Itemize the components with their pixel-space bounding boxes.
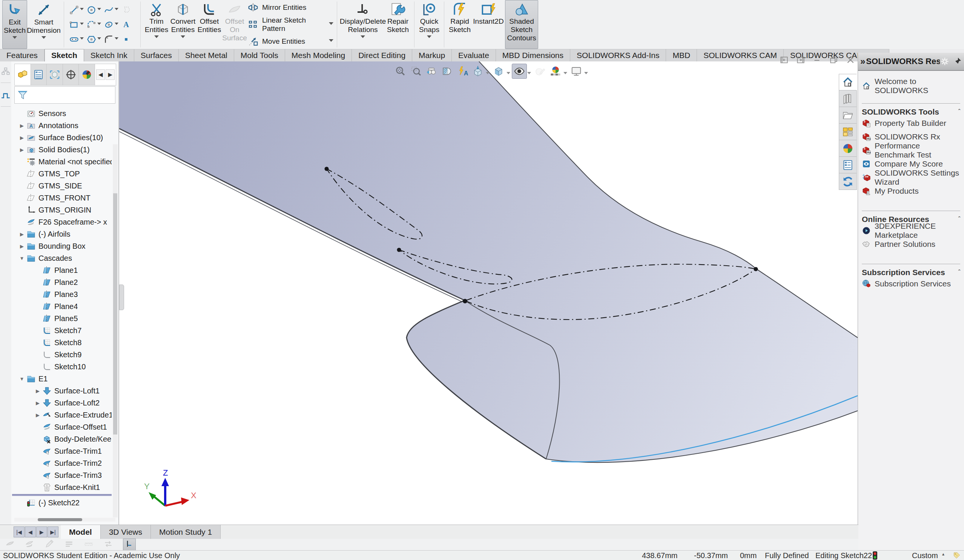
scroll-thumb[interactable] (113, 193, 117, 435)
exit-sketch-button[interactable]: Exit Sketch (2, 0, 27, 49)
expand-arrow-icon[interactable]: ▼ (17, 376, 26, 382)
zoom-fit-button[interactable] (393, 64, 408, 79)
ruler-button[interactable] (84, 539, 94, 550)
doc-tab-model[interactable]: Model (61, 525, 101, 539)
tree-item[interactable]: Sensors (12, 107, 112, 120)
tab-scroll-arrows[interactable]: |◀ ◀ ▶ ▶| (13, 526, 59, 537)
convert-entities-button[interactable]: Convert Entities (169, 0, 197, 49)
trim-entities-dropdown[interactable] (154, 36, 159, 40)
line-flyout[interactable] (80, 8, 84, 12)
taskpane-tab-refresh-forum[interactable] (839, 173, 857, 190)
tree-item[interactable]: Body-Delete/Keep 1 (12, 433, 112, 445)
last-tab-arrow[interactable]: ▶| (47, 526, 59, 537)
ribbon-tab-solidworks-cam[interactable]: SOLIDWORKS CAM (697, 49, 784, 62)
surface-b-button[interactable] (25, 539, 35, 550)
rollback-step-icon[interactable] (1, 91, 11, 100)
ellipse-tool[interactable] (102, 17, 120, 32)
fm-tab-configurationmanager[interactable] (47, 64, 63, 85)
instant2d-button[interactable]: Instant2D (472, 0, 505, 49)
tree-item[interactable]: Plane4 (12, 300, 112, 312)
tree-item[interactable]: Surface-Knit1 (12, 481, 112, 493)
welcome-link[interactable]: Welcome to SOLIDWORKS (862, 79, 960, 93)
tree-item[interactable]: (-) Sketch22 (12, 497, 112, 509)
shaded-sketch-contours-button[interactable]: Shaded Sketch Contours (505, 0, 538, 49)
ribbon-tab-features[interactable]: Features (0, 49, 44, 62)
fm-tab-propertymanager[interactable] (31, 64, 47, 85)
config-caret-icon[interactable]: ▴ (942, 551, 944, 557)
convert-entities-dropdown[interactable] (181, 36, 185, 40)
pencil-button[interactable] (44, 539, 54, 550)
edit-appearance-button[interactable] (532, 64, 548, 79)
collapse-caret-icon[interactable]: ˆ (958, 109, 960, 115)
tree-item[interactable]: ▼ E1 (12, 373, 112, 385)
tree-item[interactable]: ▶ (-) Airfoils (12, 228, 112, 240)
tree-item[interactable]: F26 Spaceframe-> x (12, 216, 112, 228)
expand-arrow-icon[interactable]: ▶ (33, 400, 42, 406)
config-selector[interactable]: Custom (912, 551, 938, 560)
tree-item[interactable]: GTMS_SIDE (12, 180, 112, 192)
next-tab-arrow[interactable]: ▶ (36, 526, 47, 537)
expand-arrow-icon[interactable]: ▼ (17, 255, 26, 261)
tree-item[interactable]: ▶ AAnnotations (12, 120, 112, 131)
tree-item[interactable]: ▶ Surface-Loft1 (12, 385, 112, 397)
first-tab-arrow[interactable]: |◀ (13, 526, 24, 537)
tree-item[interactable]: Sketch7 (12, 325, 112, 336)
view-orientation-button[interactable] (470, 64, 485, 79)
spline-tool[interactable] (102, 3, 120, 17)
apply-scene-dropdown[interactable] (563, 72, 567, 76)
tree-item[interactable]: Surface-Trim2 (12, 457, 112, 469)
task-pane-header[interactable]: » SOLIDWORKS Resources (858, 53, 964, 71)
ribbon-tab-mesh-modeling[interactable]: Mesh Modeling (285, 49, 352, 62)
swap-arrows-button[interactable] (103, 539, 113, 550)
tree-item[interactable]: Sketch10 (12, 360, 112, 373)
hide-show-eye-button[interactable] (512, 64, 527, 79)
tree-filter-field[interactable] (14, 86, 116, 104)
hierarchy-icon[interactable] (1, 67, 11, 76)
zoom-area-button[interactable] (409, 64, 423, 79)
previous-view-button[interactable] (424, 64, 439, 79)
tree-item[interactable]: GTMS_FRONT (12, 192, 112, 204)
tree-item[interactable]: Sketch9 (12, 349, 112, 360)
spline-flyout[interactable] (115, 8, 119, 12)
taskpane-tab-solidworks-resources[interactable] (839, 74, 857, 91)
ribbon-tab-markup[interactable]: Markup (412, 49, 452, 62)
slot-flyout[interactable] (80, 37, 84, 41)
doc-tab-motion-study-1[interactable]: Motion Study 1 (151, 525, 221, 539)
tree-item[interactable]: GTMS_TOP (12, 168, 112, 180)
relations-dropdown[interactable] (361, 36, 365, 40)
rollback-bar[interactable] (12, 494, 112, 496)
ribbon-tab-surfaces[interactable]: Surfaces (134, 49, 179, 62)
offset-entities-button[interactable]: Offset Entities (197, 0, 222, 49)
fm-tab-featuremanager-tree[interactable] (15, 64, 31, 85)
hide-show-eye-dropdown[interactable] (527, 72, 531, 76)
line-tool[interactable] (67, 3, 85, 17)
tree-item[interactable]: Plane3 (12, 288, 112, 300)
tree-item[interactable]: Plane1 (12, 264, 112, 276)
fm-tab-dimxpertmanager[interactable] (63, 64, 79, 85)
annotation-views-button[interactable]: A (455, 64, 470, 79)
expand-arrow-icon[interactable]: ▶ (17, 135, 26, 141)
collapse-caret-icon[interactable]: ˆ (958, 269, 960, 276)
dock-left-button[interactable] (778, 54, 790, 67)
fm-tabs-prev[interactable]: ◀ (96, 69, 105, 80)
tree-item[interactable]: Material <not specified> (12, 156, 112, 168)
taskpane-item[interactable]: SRxPerformance Benchmark Test (862, 144, 960, 157)
tree-item[interactable]: ▼ Cascades (12, 252, 112, 264)
expand-arrow-icon[interactable]: ▶ (33, 388, 42, 394)
fm-tabs-next[interactable]: ▶ (106, 69, 115, 80)
tree-item[interactable]: GTMS_ORIGIN (12, 204, 112, 216)
fillet-flyout[interactable] (115, 37, 119, 41)
tree-item[interactable]: Sketch8 (12, 336, 112, 349)
taskpane-tab-view-palette[interactable] (839, 123, 857, 140)
ribbon-tab-sheet-metal[interactable]: Sheet Metal (179, 49, 234, 62)
minimize-button[interactable] (811, 54, 824, 67)
circle-flyout[interactable] (97, 8, 101, 12)
polygon-flyout[interactable] (97, 37, 101, 41)
arc-flyout[interactable] (97, 23, 101, 27)
expand-arrow-icon[interactable]: ▶ (17, 147, 26, 153)
circle-tool[interactable] (85, 3, 102, 17)
section-view-button[interactable] (440, 64, 454, 79)
tree-horizontal-scrollbar[interactable] (14, 518, 116, 521)
trim-entities-button[interactable]: Trim Entities (144, 0, 169, 49)
pin-icon[interactable] (953, 57, 962, 66)
